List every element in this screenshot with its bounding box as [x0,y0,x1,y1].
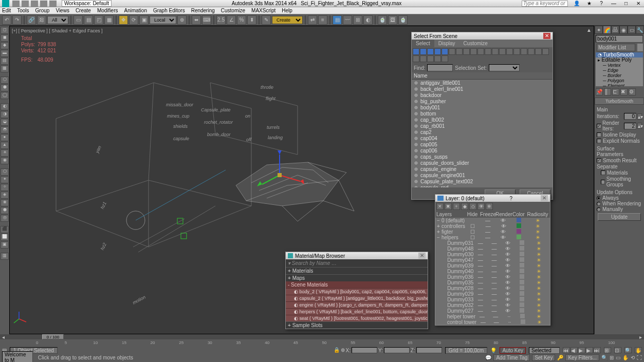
named-selset-dropdown[interactable]: Create Selection S [272,16,303,24]
sfs-tool-3[interactable] [434,48,441,55]
left-tool-7[interactable]: ⬡ [1,77,9,84]
mirror-button[interactable]: ⇄ [308,15,317,25]
scene-material-item[interactable]: ◐ capsule_2 ( VRayMtl ) [antiggav_little… [286,295,428,301]
left-tool-2[interactable]: ◆ [1,42,9,49]
viewport-nav-c[interactable]: 🔍 [624,347,632,353]
sfs-tool-10[interactable] [485,48,491,55]
select-region-button[interactable]: ◰ [94,15,103,25]
hide-unhide-button[interactable]: 👁 [477,203,485,210]
sfs-tool-4[interactable] [441,48,448,55]
sfs-tool-21[interactable] [427,55,434,62]
scene-material-item[interactable]: ◐ seat ( VRayMtl ) [footrest001, footres… [286,315,428,321]
menu-create[interactable]: Create [76,8,91,13]
scene-material-item[interactable]: ◐ engine ( VRayMtl ) [cargo_r, dampers_R… [286,301,428,308]
move-button[interactable]: ✥ [119,15,128,25]
new-layer-button[interactable]: ✕ [436,203,444,210]
stack-sub-border[interactable]: ─ Border [596,73,643,78]
mat-section-materials[interactable]: + Materials [286,267,428,274]
menu-group[interactable]: Group [35,8,50,13]
layer-row[interactable]: Dummy027——👁☀ [435,308,550,314]
scene-item[interactable]: body001 [412,104,553,110]
sfs-tool-22[interactable] [434,55,441,62]
layer-row[interactable]: +controllers☐—👁☀ [435,223,550,229]
display-tab[interactable]: ▭ [628,26,636,34]
left-tool-23[interactable]: ◈ [1,192,9,199]
scene-item[interactable]: caps_susps [412,154,553,160]
workspace-dropdown[interactable]: Workspace: Default [62,0,112,7]
minimize-button[interactable]: — [610,1,617,6]
freeze-unfreeze-button[interactable]: ❄ [486,203,493,210]
favorite-icon[interactable]: ★ [585,1,593,6]
sfs-tool-19[interactable] [413,55,419,62]
col-freeze[interactable]: Freeze [480,212,495,217]
y-coord-input[interactable] [384,347,410,353]
left-tool-9[interactable]: ◯ [1,92,9,99]
sfs-tool-8[interactable] [470,48,477,55]
layers-list[interactable]: −0 (default)—👁☀+controllers☐—👁☀+figter☐—… [435,218,550,325]
time-slider-thumb[interactable]: 0 / 100 [42,334,64,339]
sfs-tool-20[interactable] [420,55,427,62]
sfs-tool-5[interactable] [449,48,455,55]
modify-tab[interactable]: 🌈 [603,26,611,34]
unlink-button[interactable]: ⛓ [37,15,46,25]
left-tool-20[interactable]: ⬡ [1,168,9,176]
left-tool-15[interactable]: ● [1,134,9,141]
smooth-result-checkbox[interactable]: ✓ [597,158,601,163]
mat-section-maps[interactable]: + Maps [286,274,428,281]
sfs-tool-0[interactable] [413,48,419,55]
undo-button[interactable]: ↶ [2,15,11,25]
sfs-tool-17[interactable] [535,48,542,55]
layer-row[interactable]: +figter☐—👁☀ [435,229,550,235]
layer-row[interactable]: control tower——··☀ [435,319,550,325]
scene-item[interactable]: capsule_engine001 [412,172,553,178]
scene-item[interactable]: capsule_engine [412,166,553,172]
percent-snap-button[interactable]: % [237,15,246,25]
menu-modifiers[interactable]: Modifiers [97,8,118,13]
layer-row[interactable]: Dummy036——👁☀ [435,274,550,280]
goto-start-button[interactable]: ⏮ [563,347,570,353]
layer-row[interactable]: Dummy048——👁☀ [435,246,550,252]
object-name-field[interactable]: body001 [596,35,643,43]
update-button[interactable]: Update [598,213,641,221]
nav-orbit-button[interactable]: ⟲ [631,355,635,360]
remove-mod-button[interactable]: ✖ [620,88,628,96]
mat-browser-close[interactable]: ✕ [418,253,426,259]
create-tab[interactable]: ✦ [595,26,603,34]
render-iters-checkbox[interactable]: ✓ [597,124,601,128]
layer-dialog-help[interactable]: ? [510,196,513,201]
left-tool-26[interactable]: ◎ [1,215,9,222]
left-tool-22[interactable]: ✧ [1,184,9,191]
left-tool-8[interactable]: ⬢ [1,84,9,91]
rollout-turbosmooth[interactable]: TurboSmooth [595,98,644,105]
name-column-header[interactable]: Name [412,72,553,80]
schematic-view-button[interactable]: ⊞ [353,15,362,25]
edit-named-sel-button[interactable]: ✎ [262,15,271,25]
viewport-nav-a[interactable]: ⊞ [604,347,611,353]
sfs-tool-15[interactable] [521,48,527,55]
layer-row[interactable]: Dummy035——👁☀ [435,280,550,285]
layer-row[interactable]: Dummy040——👁☀ [435,269,550,274]
open-file-icon[interactable] [22,1,29,7]
layer-row[interactable]: Dummy032——👁☀ [435,302,550,308]
show-end-button[interactable]: ║ [604,88,611,96]
left-tool-25[interactable]: ⬢ [1,207,9,214]
sfs-tool-6[interactable] [456,48,463,55]
select-name-button[interactable]: ▤ [84,15,93,25]
scene-item[interactable]: cap_lb002 [412,117,553,123]
select-button[interactable]: ▭ [73,15,83,25]
nav-zoom-button[interactable]: 🔍 [601,355,608,360]
nav-maxmin-button[interactable]: ⛶ [637,355,642,360]
col-hide[interactable]: Hide [465,212,480,217]
layer-row[interactable]: Dummy028——👁☀ [435,285,550,291]
layer-row[interactable]: −0 (default)—👁☀ [435,218,550,223]
isoline-checkbox[interactable] [597,132,601,137]
new-file-icon[interactable] [12,1,20,7]
delete-layer-button[interactable]: ✖ [445,203,452,210]
render-iters-spinner[interactable]: 2 [624,123,636,129]
rendered-frame-button[interactable]: 🖼 [388,15,397,25]
maxscript-listener[interactable]: Welcome to M [2,351,33,362]
layer-manager-button[interactable]: ▤ [333,15,342,25]
left-tool-0[interactable]: ◻ [1,27,9,34]
layer-row[interactable]: Dummy033——👁☀ [435,297,550,302]
highlight-layer-button[interactable]: ◇ [469,203,476,210]
